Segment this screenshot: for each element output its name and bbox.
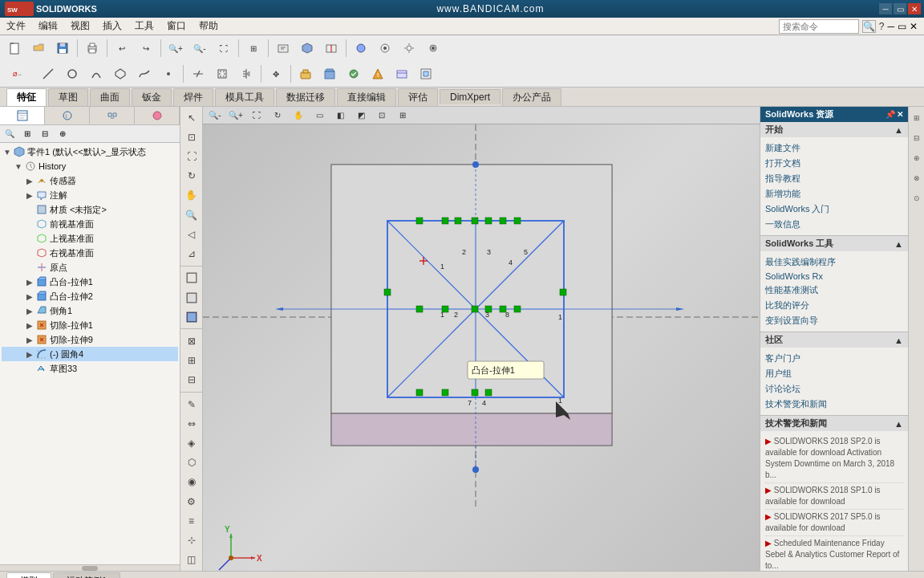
cross-section-button[interactable]: ⊠ bbox=[182, 332, 201, 350]
model-view-button[interactable] bbox=[296, 37, 318, 59]
sidebar-tab-appearance[interactable] bbox=[135, 107, 180, 124]
restore-button[interactable]: ▭ bbox=[894, 3, 906, 14]
link-sw-rx[interactable]: SolidWorks Rx bbox=[765, 270, 903, 283]
vp-hidden[interactable]: ◧ bbox=[331, 108, 349, 123]
tab-weldments[interactable]: 焊件 bbox=[173, 88, 213, 106]
tab-dimxpert[interactable]: DimXpert bbox=[440, 89, 500, 104]
dimension-tool-button[interactable]: ⇔ bbox=[182, 414, 201, 433]
menu-help[interactable]: 帮助 bbox=[192, 18, 225, 35]
spline-button[interactable] bbox=[133, 63, 156, 85]
close-button[interactable]: ✕ bbox=[908, 3, 921, 14]
mirror-button[interactable] bbox=[235, 63, 257, 85]
vp-wireframe[interactable]: ▭ bbox=[310, 108, 328, 123]
sketch-tool-button[interactable]: ✎ bbox=[182, 395, 201, 413]
minimize-button[interactable]: ─ bbox=[879, 3, 892, 14]
bottom-tab-model[interactable]: 模型 bbox=[6, 572, 51, 578]
open-button[interactable] bbox=[27, 37, 50, 59]
tb-btn-extra5[interactable] bbox=[391, 63, 413, 85]
link-user-groups[interactable]: 用户组 bbox=[765, 366, 903, 381]
options-button[interactable] bbox=[422, 37, 444, 59]
tb-btn-extra3[interactable] bbox=[342, 63, 365, 85]
offset-button[interactable] bbox=[211, 63, 233, 85]
right-edge-btn-3[interactable]: ⊕ bbox=[910, 149, 923, 168]
vp-rotate[interactable]: ↻ bbox=[269, 108, 286, 123]
start-section-toggle[interactable]: ▲ bbox=[894, 125, 903, 135]
tab-evaluate[interactable]: 评估 bbox=[398, 88, 438, 106]
appearance-button[interactable] bbox=[374, 37, 396, 59]
tools-section-toggle[interactable]: ▲ bbox=[894, 239, 903, 249]
li-extra1-button[interactable]: ≡ bbox=[182, 511, 201, 530]
section-button[interactable] bbox=[320, 37, 342, 59]
right-section-news-title[interactable]: 技术警觉和新闻 ▲ bbox=[760, 416, 908, 431]
cut1-toggle[interactable]: ▶ bbox=[24, 321, 35, 330]
right-panel-close-button[interactable]: ✕ bbox=[897, 110, 903, 119]
menu-file[interactable]: 文件 bbox=[0, 18, 32, 35]
tb-btn-extra2[interactable] bbox=[318, 63, 341, 85]
link-best-practice[interactable]: 最佳实践编制程序 bbox=[765, 254, 903, 270]
reference-tool-button[interactable]: ◈ bbox=[182, 434, 201, 452]
link-forum[interactable]: 讨论论坛 bbox=[765, 381, 903, 397]
right-section-community-title[interactable]: 社区 ▲ bbox=[760, 332, 908, 348]
fillet-toggle[interactable]: ▶ bbox=[24, 350, 35, 359]
shaded-button[interactable] bbox=[182, 307, 201, 326]
tree-node-fillet4[interactable]: ▶ (-) 圆角4 bbox=[2, 347, 178, 361]
restore-panel-button[interactable]: ▭ bbox=[898, 21, 906, 32]
right-edge-btn-2[interactable]: ⊟ bbox=[910, 128, 923, 148]
zoom-in-button[interactable]: 🔍+ bbox=[164, 37, 187, 59]
arc-button[interactable] bbox=[85, 63, 107, 85]
pan-tool-button[interactable]: ✋ bbox=[182, 186, 201, 205]
li-extra3-button[interactable]: ◫ bbox=[182, 551, 201, 569]
tools-tool-button[interactable]: ⚙ bbox=[182, 492, 201, 511]
prev-view-button[interactable]: ◁ bbox=[182, 225, 201, 243]
smart-dim-button[interactable]: Ø↔ bbox=[3, 63, 35, 85]
sidebar-tb-collapse[interactable]: ⊟ bbox=[37, 127, 53, 141]
vp-zoom-in[interactable]: 🔍+ bbox=[227, 108, 245, 123]
trim-button[interactable] bbox=[187, 63, 209, 85]
chamfer-toggle[interactable]: ▶ bbox=[24, 307, 35, 315]
feature-tool-button[interactable]: ⬡ bbox=[182, 454, 201, 472]
link-new-file[interactable]: 新建文件 bbox=[765, 140, 903, 156]
tree-node-cut-extrude9[interactable]: ▶ 切除-拉伸9 bbox=[2, 332, 178, 347]
menu-window[interactable]: 窗口 bbox=[160, 18, 192, 35]
link-customer-portal[interactable]: 客户门户 bbox=[765, 351, 903, 366]
vp-pan[interactable]: ✋ bbox=[290, 108, 307, 123]
sensor-toggle[interactable]: ▶ bbox=[24, 177, 35, 185]
link-compare[interactable]: 比我的评分 bbox=[765, 298, 903, 313]
wireframe-button[interactable] bbox=[182, 269, 201, 287]
tab-surface[interactable]: 曲面 bbox=[90, 88, 130, 106]
tree-node-origin[interactable]: 原点 bbox=[2, 260, 178, 275]
vp-zoom-fit[interactable]: ⛶ bbox=[248, 108, 265, 123]
news-item-4[interactable]: ▶ Scheduled Maintenance Friday Sebel & A… bbox=[765, 536, 903, 571]
move-button[interactable]: ✥ bbox=[265, 63, 287, 85]
tab-direct-edit[interactable]: 直接编辑 bbox=[337, 88, 396, 106]
tree-node-sketch33[interactable]: 草图33 bbox=[2, 361, 178, 376]
tree-node-right-plane[interactable]: 右视基准面 bbox=[2, 246, 178, 260]
right-edge-btn-4[interactable]: ⊗ bbox=[910, 169, 923, 188]
sidebar-tb-filter[interactable]: ⊕ bbox=[55, 127, 71, 141]
display-mode-button[interactable] bbox=[350, 37, 372, 59]
news-section-toggle[interactable]: ▲ bbox=[894, 419, 903, 429]
link-open-doc[interactable]: 打开文档 bbox=[765, 156, 903, 171]
zoom-fit-button[interactable]: ⛶ bbox=[213, 37, 235, 59]
link-consistency[interactable]: 一致信息 bbox=[765, 217, 903, 232]
line-button[interactable] bbox=[37, 63, 59, 85]
annotation-toggle[interactable]: ▶ bbox=[24, 191, 35, 200]
tb-btn-extra4[interactable]: ! bbox=[367, 63, 389, 85]
tree-node-top-plane[interactable]: 上视基准面 bbox=[2, 231, 178, 246]
link-tech-alerts[interactable]: 技术警觉和新闻 bbox=[765, 397, 903, 412]
tree-node-material[interactable]: 材质 <未指定> bbox=[2, 202, 178, 217]
close-panel-button[interactable]: ✕ bbox=[910, 21, 918, 32]
undo-button[interactable]: ↩ bbox=[111, 37, 133, 59]
menu-tools[interactable]: 工具 bbox=[128, 18, 160, 35]
view-orient-button[interactable]: ⊟ bbox=[182, 371, 201, 389]
sidebar-tab-feature-manager[interactable] bbox=[0, 107, 45, 124]
menu-edit[interactable]: 编辑 bbox=[32, 18, 64, 35]
tb-btn-extra1[interactable] bbox=[294, 63, 317, 85]
right-section-tools-title[interactable]: SolidWorks 工具 ▲ bbox=[760, 236, 908, 251]
save-button[interactable] bbox=[51, 37, 74, 59]
canvas-area[interactable]: 凸台-拉伸1 1 2 3 4 5 1 2 3 8 1 1 7 4 bbox=[203, 124, 760, 571]
tree-node-boss-extrude2[interactable]: ▶ 凸台-拉伸2 bbox=[2, 289, 178, 303]
sidebar-tb-expand[interactable]: ⊞ bbox=[19, 127, 35, 141]
search-input[interactable] bbox=[779, 19, 859, 34]
news-item-1[interactable]: ▶ SOLIDWORKS 2018 SP2.0 is available for… bbox=[765, 434, 903, 483]
